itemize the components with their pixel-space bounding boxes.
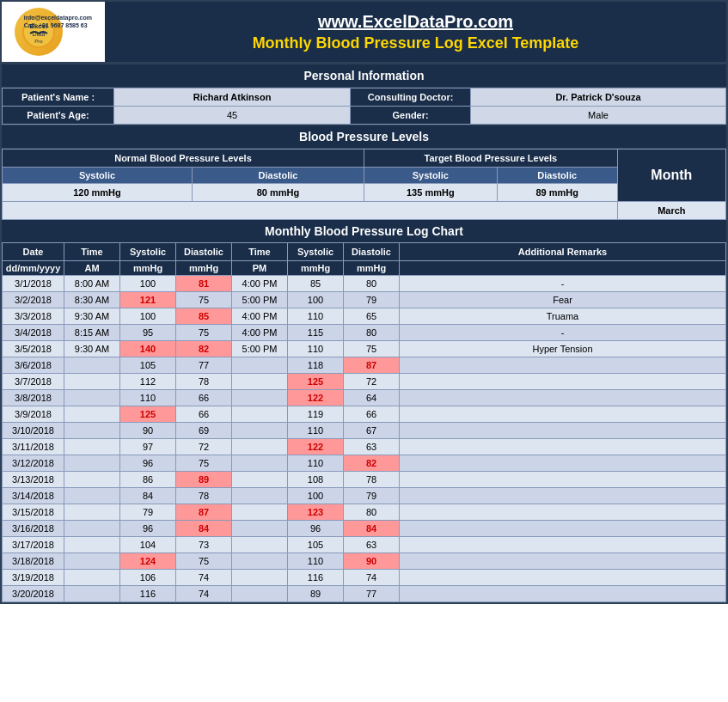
log-cell: 3/10/2018 [3, 423, 64, 439]
log-cell: 3/20/2018 [3, 586, 64, 602]
log-cell: 118 [288, 357, 344, 374]
log-cell: 116 [120, 586, 176, 602]
log-cell: Truama [400, 308, 726, 325]
date-header-label: Date [5, 247, 61, 257]
log-cell: 110 [120, 390, 176, 406]
log-cell: 9:30 AM [64, 341, 120, 357]
diastolic-am-label: Diastolic [179, 247, 229, 257]
systolic-am-label: Systolic [123, 247, 173, 257]
log-cell: 78 [344, 472, 400, 488]
table-row: March [3, 202, 726, 220]
time-pm-header: Time [232, 243, 288, 261]
log-cell: 3/11/2018 [3, 439, 64, 455]
log-cell: 8:15 AM [64, 325, 120, 341]
month-cell: Month [617, 150, 725, 202]
normal-diastolic-value: 80 mmHg [192, 184, 364, 202]
log-cell: 87 [176, 504, 232, 521]
log-cell: 82 [344, 455, 400, 472]
log-cell [64, 423, 120, 439]
table-row: 3/1/20188:00 AM100814:00 PM8580- [3, 276, 726, 292]
log-cell: 105 [288, 537, 344, 553]
log-cell [64, 537, 120, 553]
log-cell: 90 [120, 423, 176, 439]
log-cell: 79 [120, 504, 176, 521]
table-row: 3/4/20188:15 AM95754:00 PM11580- [3, 325, 726, 341]
log-cell [232, 423, 288, 439]
log-cell: 77 [176, 357, 232, 374]
log-cell: 5:00 PM [232, 292, 288, 308]
log-cell [64, 521, 120, 537]
log-cell [400, 537, 726, 553]
log-cell [400, 390, 726, 406]
log-body: dd/mm/yyyy AM mmHg mmHg PM mmHg mmHg 3/1… [3, 261, 726, 602]
table-row: 3/11/2018977212263 [3, 439, 726, 455]
log-cell: 84 [344, 521, 400, 537]
log-cell: 100 [120, 276, 176, 292]
log-cell: 110 [288, 308, 344, 325]
log-cell: 80 [344, 325, 400, 341]
month-value: March [617, 202, 725, 220]
log-cell: 5:00 PM [232, 341, 288, 357]
table-row: 3/14/2018847810079 [3, 488, 726, 504]
log-cell: 79 [344, 488, 400, 504]
date-header: Date [3, 243, 64, 261]
log-cell [64, 390, 120, 406]
log-cell: 82 [176, 341, 232, 357]
log-cell: 140 [120, 341, 176, 357]
log-cell: 3/7/2018 [3, 374, 64, 390]
diastolic-pm-header: Diastolic [344, 243, 400, 261]
log-cell: 106 [120, 570, 176, 586]
log-cell [232, 521, 288, 537]
log-cell [232, 504, 288, 521]
target-systolic-value: 135 mmHg [364, 184, 497, 202]
chart-header: Monthly Blood Pressure Log Chart [2, 220, 726, 242]
normal-systolic-value: 120 mmHg [3, 184, 193, 202]
log-cell: 110 [288, 341, 344, 357]
log-cell: 80 [344, 276, 400, 292]
log-cell: 104 [120, 537, 176, 553]
log-cell: 9:30 AM [64, 308, 120, 325]
normal-diastolic-header: Diastolic [192, 168, 364, 184]
log-cell [64, 374, 120, 390]
diastolic-am-sub: mmHg [176, 261, 232, 276]
log-cell: Fear [400, 292, 726, 308]
target-bp-label: Target Blood Pressure Levels [364, 150, 617, 168]
target-systolic-header: Systolic [364, 168, 497, 184]
log-cell: 8:00 AM [64, 276, 120, 292]
log-cell: - [400, 276, 726, 292]
table-row: 3/17/20181047310563 [3, 537, 726, 553]
log-cell [400, 455, 726, 472]
log-cell: 110 [288, 423, 344, 439]
log-cell: 100 [120, 308, 176, 325]
log-cell: 119 [288, 406, 344, 423]
log-cell: 78 [176, 374, 232, 390]
log-cell: 3/17/2018 [3, 537, 64, 553]
log-cell: 75 [176, 325, 232, 341]
systolic-pm-label: Systolic [291, 247, 340, 257]
log-cell: 3/13/2018 [3, 472, 64, 488]
log-cell: 97 [120, 439, 176, 455]
time-pm-label: Time [235, 247, 284, 257]
log-cell: 78 [176, 488, 232, 504]
log-cell: 121 [120, 292, 176, 308]
log-cell [232, 537, 288, 553]
log-cell: 3/4/2018 [3, 325, 64, 341]
log-cell: Hyper Tension [400, 341, 726, 357]
age-label: Patient's Age: [3, 107, 114, 125]
table-row: 3/7/20181127812572 [3, 374, 726, 390]
header-title-area: www.ExcelDataPro.com Monthly Blood Press… [105, 12, 726, 52]
log-cell: 3/14/2018 [3, 488, 64, 504]
log-cell: 4:00 PM [232, 325, 288, 341]
log-cell: 3/15/2018 [3, 504, 64, 521]
log-cell: 90 [344, 553, 400, 570]
log-cell [232, 357, 288, 374]
systolic-pm-sub: mmHg [288, 261, 344, 276]
log-cell: 64 [344, 390, 400, 406]
log-cell: - [400, 325, 726, 341]
log-cell: 84 [120, 488, 176, 504]
bp-levels-header: Blood Pressure Levels [2, 125, 726, 149]
doctor-value: Dr. Patrick D'souza [471, 89, 726, 107]
table-row: 3/10/2018906911067 [3, 423, 726, 439]
log-cell [400, 586, 726, 602]
log-cell [400, 406, 726, 423]
